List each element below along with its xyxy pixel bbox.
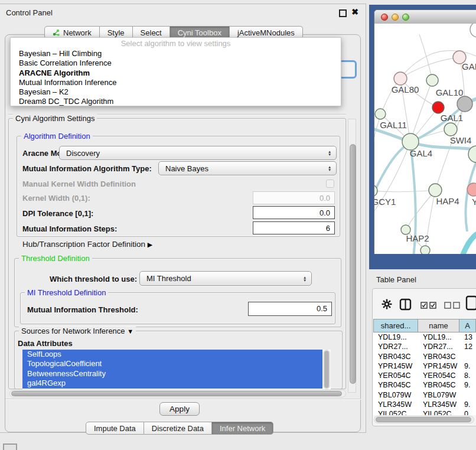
column-header-name[interactable]: name [418, 319, 459, 332]
file-icon[interactable] [465, 295, 476, 311]
column-view-icon[interactable] [399, 298, 412, 311]
table-cell [459, 352, 476, 361]
algorithm-option[interactable]: Mutual Information Inference [11, 78, 341, 87]
tab-infer-network[interactable]: Infer Network [212, 422, 273, 435]
hub-factor-expander[interactable]: Hub/Transcription Factor Definition ▶ [22, 240, 152, 249]
mi-steps-label: Mutual Information Steps: [22, 224, 117, 233]
attributes-scrollbar[interactable] [323, 350, 330, 389]
kernel-width-field[interactable]: 0.0 [253, 191, 335, 204]
table-cell: YPR145W [418, 361, 459, 371]
table-horizontal-scrollbar-thumb[interactable] [376, 417, 471, 422]
close-traffic-light-icon[interactable] [381, 14, 388, 21]
mi-threshold-definition-legend: MI Threshold Definition [25, 288, 108, 297]
table-cell: YLR345W [418, 400, 459, 409]
network-node[interactable] [394, 72, 407, 85]
tab-label: Style [107, 28, 125, 37]
collapsed-panel-button[interactable] [3, 444, 17, 450]
deselect-checkboxes-icon[interactable] [444, 302, 461, 309]
table-row[interactable]: YLR345WYLR345W9. [373, 400, 476, 409]
algorithm-option[interactable]: Bayesian – Hill Climbing [11, 49, 341, 58]
table-cell [459, 390, 476, 400]
node-label: HAP4 [436, 196, 459, 206]
table-panel-title: Table Panel [376, 275, 416, 284]
settings-horizontal-scrollbar[interactable] [9, 390, 346, 397]
table-row[interactable]: YBR043CYBR043C [373, 352, 476, 361]
control-panel-title: Control Panel [6, 8, 53, 17]
algorithm-option[interactable]: Bayesian – K2 [11, 87, 341, 97]
table-row[interactable]: YBL079WYBL079W [373, 390, 476, 400]
network-node[interactable] [457, 96, 472, 112]
network-node[interactable] [444, 123, 457, 136]
table-cell: 9. [459, 380, 476, 390]
network-window-titlebar[interactable] [374, 10, 476, 24]
sources-legend[interactable]: Sources for Network Inference ▼ [19, 327, 136, 335]
which-threshold-select[interactable]: MI Threshold ▴▾ [139, 271, 312, 286]
network-node[interactable] [402, 133, 419, 150]
table-cell: YPR145W [373, 361, 418, 371]
table-row[interactable]: YDL19...YDL19...13 [373, 332, 476, 342]
attribute-item[interactable]: TopologicalCoefficient [22, 359, 322, 369]
attributes-scrollbar-thumb[interactable] [324, 351, 329, 388]
apply-button[interactable]: Apply [159, 402, 200, 416]
gear-icon[interactable] [382, 299, 392, 309]
mi-algorithm-type-select[interactable]: Naive Bayes ▴▾ [158, 161, 337, 175]
settings-vertical-scrollbar-thumb[interactable] [350, 144, 356, 384]
attribute-item[interactable]: BetweennessCentrality [22, 369, 322, 379]
network-node[interactable] [375, 109, 386, 119]
algorithm-dropdown-popup: Select algorithm to view settings Bayesi… [10, 37, 341, 106]
table-row[interactable]: YPR145WYPR145W9. [373, 361, 476, 371]
network-node[interactable] [426, 74, 438, 86]
table-horizontal-scrollbar[interactable] [374, 416, 474, 423]
float-window-icon[interactable] [339, 9, 347, 17]
aracne-mode-select[interactable]: Discovery ▴▾ [59, 146, 337, 160]
manual-kernel-width-checkbox[interactable] [326, 180, 334, 188]
node-label: SWI4 [450, 135, 472, 145]
network-node[interactable] [432, 102, 444, 113]
table-row[interactable]: YBR045CYBR045C9. [373, 380, 476, 390]
mi-algorithm-type-label: Mutual Information Algorithm Type: [22, 164, 152, 173]
algorithm-option[interactable]: ARACNE Algorithm [11, 69, 341, 78]
column-header-a[interactable]: A [459, 319, 476, 332]
settings-vertical-scrollbar[interactable] [348, 119, 356, 393]
node-label: GAL [462, 61, 476, 71]
combo-arrows-icon: ▴▾ [328, 150, 336, 156]
manual-kernel-width-label: Manual Kernel Width Definition [22, 180, 136, 188]
table-header: shared...nameA [373, 319, 476, 332]
table-cell: YBR043C [373, 352, 418, 361]
minimize-traffic-light-icon[interactable] [392, 14, 399, 21]
node-label: GAL1 [441, 113, 463, 123]
algorithm-option[interactable]: Basic Correlation Inference [11, 58, 341, 68]
tab-impute-data[interactable]: Impute Data [86, 422, 144, 435]
mi-steps-field[interactable]: 6 [253, 221, 335, 234]
network-node[interactable] [467, 183, 476, 196]
column-header-shared[interactable]: shared... [373, 319, 418, 332]
table-cell: 13 [459, 332, 476, 342]
expander-down-icon: ▼ [127, 328, 133, 335]
table-row[interactable]: YDR27...YDR27...12 [373, 342, 476, 351]
tab-discretize-data[interactable]: Discretize Data [144, 422, 212, 435]
table-row[interactable]: YER054CYER054C8. [373, 371, 476, 380]
select-all-checkboxes-icon[interactable] [420, 302, 437, 309]
attribute-item[interactable]: SelfLoops [22, 350, 322, 359]
table-cell: YDL19... [418, 332, 459, 342]
zoom-traffic-light-icon[interactable] [402, 14, 409, 21]
data-attributes-list: SelfLoopsTopologicalCoefficientBetweenne… [22, 350, 331, 389]
network-node[interactable] [429, 184, 442, 197]
network-node[interactable] [470, 24, 476, 37]
tab-label: jActiveMNodules [237, 28, 295, 37]
network-canvas[interactable]: GAL80GAL10GAL1GAL11GAL4SWI4GCY1HAP4YHAP2… [374, 24, 476, 254]
table-row[interactable]: YIL052CYIL052C0 [373, 409, 476, 415]
dpi-tolerance-field[interactable]: 0.0 [253, 206, 335, 219]
settings-horizontal-scrollbar-thumb[interactable] [11, 391, 342, 396]
table-cell: YBL079W [373, 390, 418, 400]
expander-right-icon: ▶ [148, 241, 152, 248]
mi-threshold-field[interactable]: 0.5 [248, 302, 332, 316]
table-cell: 9. [459, 400, 476, 409]
attribute-item[interactable]: gal4RGexp [22, 379, 322, 388]
close-icon[interactable]: ✖ [351, 7, 358, 17]
algorithm-option[interactable]: Dream8 DC_TDC Algorithm [11, 97, 341, 106]
cyni-mode-tabs: Impute DataDiscretize DataInfer Network [86, 422, 273, 435]
network-node[interactable] [420, 246, 430, 254]
table-cell: YER054C [418, 371, 459, 380]
node-label: GCY1 [374, 197, 396, 207]
